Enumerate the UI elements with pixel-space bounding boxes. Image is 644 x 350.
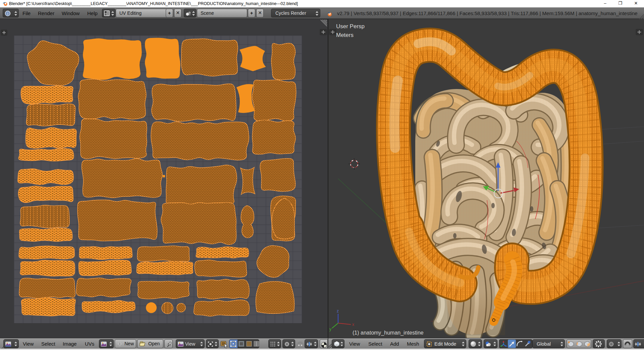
svg-text:y: y <box>329 327 331 332</box>
svg-text:(1) anatomy_human_intestine: (1) anatomy_human_intestine <box>353 330 424 336</box>
svg-text:i: i <box>7 11 8 15</box>
svg-text:User Persp: User Persp <box>336 23 365 30</box>
svg-text:x: x <box>352 322 354 327</box>
svg-text:z: z <box>337 309 339 313</box>
svg-text:Meters: Meters <box>336 32 354 38</box>
